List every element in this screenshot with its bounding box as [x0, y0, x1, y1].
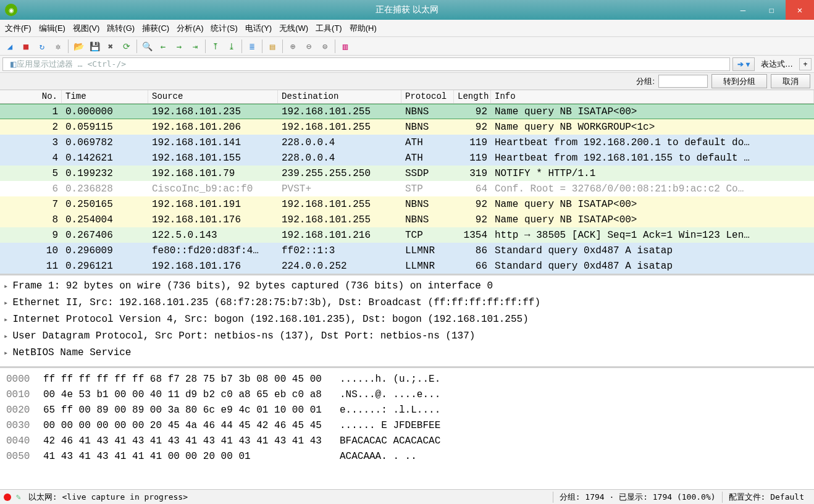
packet-row[interactable]: 20.059115192.168.101.206192.168.101.255N…: [0, 119, 814, 135]
hex-row[interactable]: 001000 4e 53 b1 00 00 40 11d9 b2 c0 a8 6…: [6, 387, 808, 403]
menu-help[interactable]: 帮助(H): [350, 23, 377, 34]
capture-status-text: <live capture in progress>: [62, 492, 188, 502]
menu-edit[interactable]: 编辑(E): [39, 23, 65, 34]
goto-packet-bar: 分组: 转到分组 取消: [0, 73, 814, 90]
packet-details-pane[interactable]: Frame 1: 92 bytes on wire (736 bits), 92…: [0, 275, 814, 368]
menu-tools[interactable]: 工具(T): [316, 23, 342, 34]
menu-file[interactable]: 文件(F): [5, 23, 31, 34]
menu-bar: 文件(F) 编辑(E) 视图(V) 跳转(G) 捕获(C) 分析(A) 统计(S…: [0, 20, 814, 37]
packet-list-pane: No. Time Source Destination Protocol Len…: [0, 90, 814, 275]
separator: [335, 40, 335, 53]
packet-bytes-pane[interactable]: 0000ff ff ff ff ff ff 68 f728 75 b7 3b 0…: [0, 368, 814, 489]
capture-active-icon: [4, 494, 11, 501]
go-last-icon[interactable]: ⤓: [224, 39, 239, 54]
separator: [262, 40, 262, 53]
stop-capture-icon[interactable]: ■: [19, 39, 33, 54]
goto-button[interactable]: 转到分组: [711, 74, 767, 88]
go-forward-icon[interactable]: →: [172, 39, 187, 54]
menu-analyze[interactable]: 分析(A): [177, 23, 203, 34]
col-prot[interactable]: Protocol: [401, 90, 454, 103]
reload-icon[interactable]: ⟳: [119, 39, 134, 54]
apply-filter-button[interactable]: ➔ ▾: [732, 57, 755, 71]
menu-statistics[interactable]: 统计(S): [211, 23, 237, 34]
packet-row[interactable]: 60.236828CiscoInc_b9:ac:f0PVST+STP64Conf…: [0, 181, 814, 196]
packet-row[interactable]: 100.296009fe80::fd20:d83f:4…ff02::1:3LLM…: [0, 243, 814, 258]
display-filter-input[interactable]: [2, 57, 730, 71]
packet-list-body[interactable]: 10.000000192.168.101.235192.168.101.255N…: [0, 104, 814, 274]
detail-node[interactable]: Ethernet II, Src: 192.168.101.235 (68:f7…: [4, 295, 810, 311]
toolbar: ◢ ■ ↻ ✲ 📂 💾 ✖ ⟳ 🔍 ← → ⇥ ⤒ ⤓ ≣ ▤ ⊕ ⊖ ⊜ ▥: [0, 37, 814, 56]
separator: [136, 40, 137, 53]
packet-list-header[interactable]: No. Time Source Destination Protocol Len…: [0, 90, 814, 104]
restart-capture-icon[interactable]: ↻: [35, 39, 49, 54]
col-dst[interactable]: Destination: [278, 90, 401, 103]
menu-telephony[interactable]: 电话(Y): [245, 23, 272, 34]
packet-row[interactable]: 80.254004192.168.101.176192.168.101.255N…: [0, 212, 814, 227]
packet-row[interactable]: 30.069782192.168.101.141228.0.0.4ATH119H…: [0, 135, 814, 150]
col-time[interactable]: Time: [62, 90, 148, 103]
zoom-reset-icon[interactable]: ⊜: [317, 39, 332, 54]
menu-go[interactable]: 跳转(G): [107, 23, 135, 34]
packet-row[interactable]: 50.199232192.168.101.79239.255.255.250SS…: [0, 166, 814, 181]
capture-options-icon[interactable]: ✲: [51, 39, 65, 54]
packet-row[interactable]: 40.142621192.168.101.155228.0.0.4ATH119H…: [0, 150, 814, 166]
colorize-icon[interactable]: ▤: [265, 39, 280, 54]
title-bar: ◉ 正在捕获 以太网 — ☐ ✕: [0, 0, 814, 20]
menu-view[interactable]: 视图(V): [73, 23, 99, 34]
expression-button[interactable]: 表达式…: [757, 59, 797, 70]
expert-info-icon[interactable]: ✎: [16, 492, 21, 502]
goto-label: 分组:: [636, 76, 655, 87]
menu-wireless[interactable]: 无线(W): [279, 23, 308, 34]
bookmark-icon[interactable]: ◧: [10, 60, 17, 69]
interface-name: 以太网: [28, 492, 52, 502]
separator: [282, 40, 283, 53]
go-back-icon[interactable]: ←: [156, 39, 170, 54]
separator: [241, 40, 242, 53]
col-no[interactable]: No.: [0, 90, 62, 103]
packet-row[interactable]: 70.250165192.168.101.191192.168.101.255N…: [0, 196, 814, 212]
hex-row[interactable]: 002065 ff 00 89 00 89 00 3a80 6c e9 4c 0…: [6, 403, 808, 418]
hex-row[interactable]: 003000 00 00 00 00 00 20 454a 46 44 45 4…: [6, 418, 808, 434]
detail-node[interactable]: Frame 1: 92 bytes on wire (736 bits), 92…: [4, 278, 810, 295]
filter-bar: ◧ ➔ ▾ 表达式… +: [0, 56, 814, 73]
maximize-button[interactable]: ☐: [757, 0, 786, 20]
goto-input[interactable]: [658, 75, 708, 88]
start-capture-icon[interactable]: ◢: [2, 39, 17, 54]
separator: [68, 40, 69, 53]
packet-row[interactable]: 110.296121192.168.101.176224.0.0.252LLMN…: [0, 258, 814, 274]
hex-row[interactable]: 004042 46 41 43 41 43 41 4341 43 41 43 4…: [6, 434, 808, 449]
resize-columns-icon[interactable]: ▥: [338, 39, 353, 54]
minimize-button[interactable]: —: [729, 0, 757, 20]
packet-row[interactable]: 90.267406122.5.0.143192.168.101.216TCP13…: [0, 227, 814, 243]
hex-row[interactable]: 0000ff ff ff ff ff ff 68 f728 75 b7 3b 0…: [6, 372, 808, 387]
detail-node[interactable]: NetBIOS Name Service: [4, 345, 810, 361]
profile-label[interactable]: 配置文件: Default: [722, 492, 810, 503]
close-button[interactable]: ✕: [786, 0, 814, 20]
auto-scroll-icon[interactable]: ≣: [245, 39, 259, 54]
separator: [205, 40, 206, 53]
add-filter-button[interactable]: +: [799, 58, 812, 70]
find-icon[interactable]: 🔍: [140, 39, 154, 54]
cancel-goto-button[interactable]: 取消: [771, 74, 810, 88]
status-bar: ✎ 以太网: <live capture in progress> 分组: 17…: [0, 489, 814, 504]
zoom-out-icon[interactable]: ⊖: [301, 39, 316, 54]
open-file-icon[interactable]: 📂: [71, 39, 86, 54]
save-file-icon[interactable]: 💾: [87, 39, 102, 54]
wireshark-icon: ◉: [5, 4, 17, 16]
window-title: 正在捕获 以太网: [0, 4, 814, 15]
app-window: ◉ 正在捕获 以太网 — ☐ ✕ 文件(F) 编辑(E) 视图(V) 跳转(G)…: [0, 0, 814, 504]
close-file-icon[interactable]: ✖: [103, 39, 118, 54]
packet-counts: 分组: 1794 · 已显示: 1794 (100.0%): [553, 492, 722, 503]
hex-row[interactable]: 005041 43 41 43 41 41 41 0000 20 00 01AC…: [6, 449, 808, 464]
packet-row[interactable]: 10.000000192.168.101.235192.168.101.255N…: [0, 104, 814, 119]
col-info[interactable]: Info: [491, 90, 814, 103]
zoom-in-icon[interactable]: ⊕: [285, 39, 300, 54]
col-len[interactable]: Length: [454, 90, 491, 103]
detail-node[interactable]: User Datagram Protocol, Src Port: netbio…: [4, 328, 810, 345]
col-src[interactable]: Source: [148, 90, 278, 103]
menu-capture[interactable]: 捕获(C): [142, 23, 169, 34]
go-to-packet-icon[interactable]: ⇥: [188, 39, 203, 54]
detail-node[interactable]: Internet Protocol Version 4, Src: bogon …: [4, 311, 810, 328]
go-first-icon[interactable]: ⤒: [208, 39, 223, 54]
